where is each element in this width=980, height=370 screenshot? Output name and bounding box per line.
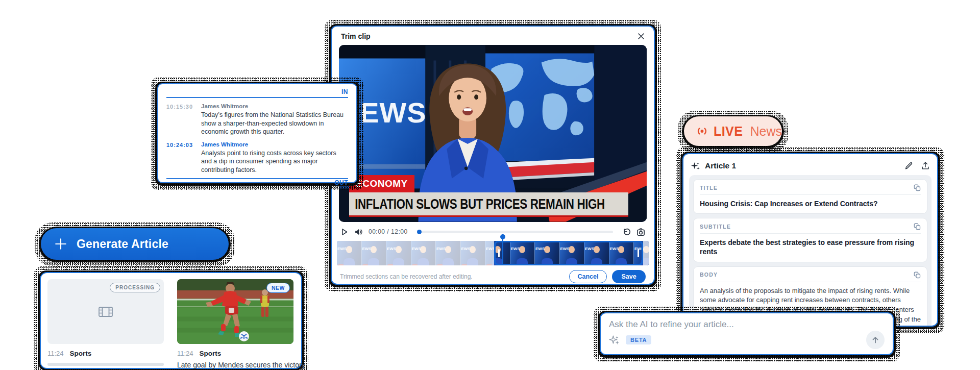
generate-article-label: Generate Article	[77, 237, 168, 251]
transcript-entry[interactable]: 10:24:03 James Whitmore Analysts point t…	[166, 141, 348, 175]
section-label: BODY	[700, 272, 718, 278]
clip-item-processing[interactable]: PROCESSING 11:24 Sports	[47, 279, 164, 362]
headline-banner: INFLATION SLOWS BUT PRICES REMAIN HIGH	[349, 192, 628, 217]
transcript-panel: IN 10:15:30 James Whitmore Today’s figur…	[157, 83, 357, 183]
copy-icon[interactable]	[913, 271, 921, 279]
sparkles-icon	[609, 335, 620, 346]
player-controls: 00:00 / 12:00	[340, 226, 646, 237]
transcript-text: Analysts point to rising costs across ke…	[201, 149, 348, 175]
time-display: 00:00 / 12:00	[369, 228, 408, 235]
modal-footer: Trimmed sections can be recovered after …	[340, 270, 646, 283]
clip-category: Sports	[200, 350, 222, 357]
cancel-button[interactable]: Cancel	[569, 270, 607, 283]
arrow-up-icon	[871, 335, 880, 344]
clip-time: 11:24	[177, 350, 193, 357]
section-content[interactable]: Experts debate the best strategies to ea…	[700, 238, 921, 256]
trim-handle-right[interactable]	[638, 249, 639, 257]
new-badge: NEW	[266, 283, 290, 293]
trimmed-region-right	[643, 241, 649, 265]
news-label: News	[750, 124, 782, 139]
copy-icon[interactable]	[913, 223, 921, 230]
live-label: LIVE	[714, 124, 743, 139]
article-section-title: TITLE Housing Crisis: Cap Increases or E…	[693, 179, 927, 214]
timeline-playhead[interactable]	[502, 234, 503, 265]
playhead-dot[interactable]	[417, 230, 422, 234]
clip-time: 11:24	[47, 350, 64, 357]
trim-selection[interactable]	[494, 241, 643, 265]
transcript-timestamp[interactable]: 10:15:30	[166, 103, 195, 136]
clip-category: Sports	[70, 350, 92, 357]
video-preview[interactable]: NEWS	[339, 45, 647, 222]
trim-in-line[interactable]	[166, 97, 348, 98]
close-icon[interactable]	[636, 32, 646, 41]
live-news-badge: LIVE News	[684, 116, 782, 146]
clips-panel: PROCESSING 11:24 Sports	[40, 272, 302, 369]
clip-caption: Late goal by Mendes secures the victory	[177, 361, 293, 369]
clip-thumbnail-soccer[interactable]: NEW	[177, 279, 293, 344]
ask-ai-input[interactable]: Ask the AI to refine your article... BET…	[600, 312, 894, 355]
progress-bar[interactable]	[418, 231, 613, 233]
loading-bar	[47, 363, 164, 366]
copy-icon[interactable]	[913, 184, 921, 191]
snapshot-icon[interactable]	[636, 227, 646, 237]
generate-article-button[interactable]: Generate Article	[41, 228, 229, 260]
modal-title: Trim clip	[341, 32, 371, 40]
clip-item-new[interactable]: NEW 11:24 Sports Late goal by Mendes sec…	[177, 279, 293, 362]
sparkles-icon	[691, 161, 700, 171]
article-section-subtitle: SUBTITLE Experts debate the best strateg…	[693, 218, 927, 262]
edit-icon[interactable]	[904, 161, 913, 170]
undo-icon[interactable]	[621, 227, 631, 237]
transcript-speaker: James Whitmore	[201, 141, 348, 147]
page: IN 10:15:30 James Whitmore Today’s figur…	[0, 0, 980, 370]
filmstrip-timeline[interactable]: EWS EWS EWS EWS EWS EWS EWS EWS EWS EWS …	[337, 241, 649, 265]
trim-out-label: OUT	[166, 179, 348, 186]
play-icon[interactable]	[340, 228, 349, 236]
ask-ai-placeholder[interactable]: Ask the AI to refine your article...	[609, 319, 885, 330]
footer-note: Trimmed sections can be recovered after …	[340, 273, 569, 280]
transcript-entry[interactable]: 10:15:30 James Whitmore Today’s figures …	[166, 103, 348, 136]
export-icon[interactable]	[921, 161, 930, 170]
volume-icon[interactable]	[354, 228, 363, 236]
save-button[interactable]: Save	[612, 270, 646, 283]
film-icon	[98, 306, 113, 318]
section-label: TITLE	[700, 185, 718, 191]
article-header: Article 1	[689, 159, 932, 173]
broadcast-icon	[695, 125, 709, 137]
trim-in-label: IN	[166, 88, 348, 95]
transcript-timestamp[interactable]: 10:24:03	[166, 141, 195, 175]
trimmed-region-left	[337, 241, 494, 265]
processing-badge: PROCESSING	[110, 283, 160, 292]
beta-badge: BETA	[626, 335, 651, 344]
article-sections: TITLE Housing Crisis: Cap Increases or E…	[689, 175, 932, 327]
headline-text: INFLATION SLOWS BUT PRICES REMAIN HIGH	[349, 196, 605, 212]
clip-thumbnail-placeholder[interactable]: PROCESSING	[47, 279, 164, 344]
send-button[interactable]	[866, 331, 885, 349]
plus-icon	[54, 237, 67, 251]
article-title-label: Article 1	[705, 161, 904, 170]
section-label: SUBTITLE	[700, 224, 731, 230]
article-card: Article 1 TITLE Housing Crisis: Cap Incr…	[682, 153, 938, 327]
trim-handle-left[interactable]	[498, 249, 500, 257]
trim-clip-modal: Trim clip NEWS	[331, 26, 655, 285]
transcript-speaker: James Whitmore	[201, 103, 348, 109]
transcript-text: Today’s figures from the National Statis…	[201, 111, 348, 136]
section-content[interactable]: Housing Crisis: Cap Increases or Extend …	[700, 199, 921, 208]
